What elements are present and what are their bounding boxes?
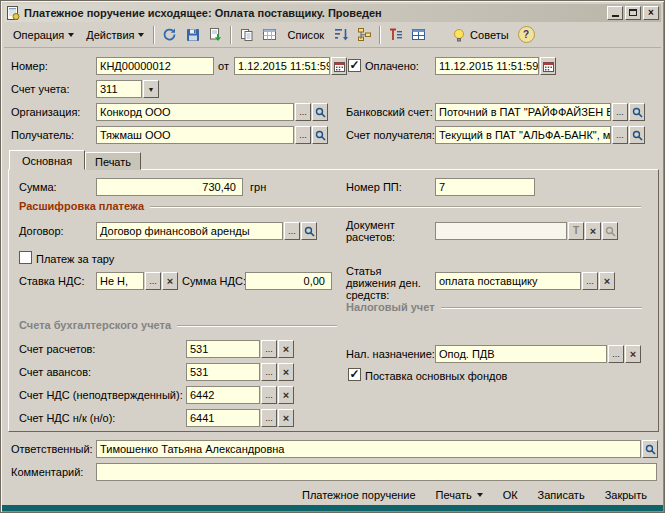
payment-order-print-button[interactable]: Платежное поручение <box>293 484 425 505</box>
vat-unconfirmed-input[interactable]: 6442 <box>186 386 260 404</box>
advance-account-label: Счет авансов: <box>19 366 91 378</box>
vat-unconfirmed-field-group: 6442 ... × <box>186 386 294 404</box>
payee-input[interactable]: Тяжмаш ООО <box>96 126 294 144</box>
settlement-account-input[interactable]: 531 <box>186 340 260 358</box>
account-field-group: 311 ▼ <box>96 80 159 98</box>
vat-nk-input[interactable]: 6441 <box>186 409 260 427</box>
advance-account-field-group: 531 ... × <box>186 363 294 381</box>
settlement-doc-clear-button[interactable]: × <box>585 222 601 240</box>
settlement-doc-input[interactable] <box>435 222 567 240</box>
ok-button[interactable]: ОК <box>494 484 527 505</box>
organization-open-button[interactable] <box>312 103 328 121</box>
bank-account-select-button[interactable]: ... <box>612 103 628 121</box>
contract-input[interactable]: Договор финансовой аренды <box>96 222 283 240</box>
advance-account-input[interactable]: 531 <box>186 363 260 381</box>
cash-flow-clear-button[interactable]: × <box>599 272 615 290</box>
advance-account-select-button[interactable]: ... <box>261 363 277 381</box>
close-button[interactable]: × <box>643 6 659 20</box>
print-menu-button[interactable]: Печать <box>427 484 492 505</box>
payee-account-input[interactable]: Текущий в ПАТ "АЛЬФА-БАНК", м. <box>435 126 611 144</box>
minimize-button[interactable] <box>607 6 623 20</box>
settlement-account-clear-button[interactable]: × <box>278 340 294 358</box>
tax-purpose-select-button[interactable]: ... <box>608 345 624 363</box>
ellipsis-icon: ... <box>265 414 273 423</box>
payee-select-button[interactable]: ... <box>295 126 311 144</box>
date-calendar-button[interactable] <box>331 57 347 75</box>
structure-button[interactable] <box>353 24 376 45</box>
vat-nk-clear-button[interactable]: × <box>278 409 294 427</box>
section-accounting-title: Счета бухгалтерского учета <box>19 319 171 331</box>
settlement-account-field-group: 531 ... × <box>186 340 294 358</box>
vat-amount-input[interactable]: 0,00 <box>245 272 332 290</box>
contract-select-button[interactable]: ... <box>284 222 300 240</box>
vat-rate-input[interactable]: Не Н, <box>96 272 144 290</box>
tab-main[interactable]: Основная <box>9 150 85 170</box>
bank-account-input[interactable]: Поточний в ПАТ "РАЙФФАЙЗЕН БА <box>435 103 611 121</box>
amount-input[interactable]: 730,40 <box>96 178 243 196</box>
number-input[interactable]: КНД00000012 <box>96 57 214 75</box>
payee-account-open-button[interactable] <box>629 126 645 144</box>
cash-flow-input[interactable]: оплата поставщику <box>435 272 581 290</box>
list-button[interactable]: Список <box>281 24 330 45</box>
magnifier-icon <box>605 226 616 237</box>
sort-button[interactable] <box>330 24 353 45</box>
close-footer-button[interactable]: Закрыть <box>596 484 656 505</box>
ellipsis-icon: ... <box>616 131 624 140</box>
organization-input[interactable]: Конкорд ООО <box>96 103 294 121</box>
responsible-open-button[interactable] <box>642 440 658 458</box>
copy-button[interactable] <box>235 24 258 45</box>
bank-account-open-button[interactable] <box>629 103 645 121</box>
tare-checkbox[interactable] <box>19 251 32 264</box>
vat-unconfirmed-select-button[interactable]: ... <box>261 386 277 404</box>
operation-menu-button[interactable]: Операция <box>7 24 80 45</box>
tare-label: Платеж за тару <box>36 253 114 265</box>
paid-checkbox[interactable]: ✓ <box>348 59 361 72</box>
movements-table-icon <box>262 27 277 42</box>
paid-date-calendar-button[interactable] <box>540 57 556 75</box>
account-dropdown-button[interactable]: ▼ <box>143 80 159 98</box>
vat-rate-select-button[interactable]: ... <box>145 272 161 290</box>
pp-number-field-group: 7 <box>435 178 535 196</box>
magnifier-icon <box>315 107 326 118</box>
document-movements-button[interactable] <box>258 24 281 45</box>
check-icon: ✓ <box>349 60 359 70</box>
ellipsis-icon: ... <box>299 108 307 117</box>
payee-account-field-group: Текущий в ПАТ "АЛЬФА-БАНК", м. ... <box>435 126 645 144</box>
help-button[interactable]: ? <box>515 24 538 45</box>
tax-purpose-input[interactable]: Опод. ПДВ <box>435 345 607 363</box>
paid-date-input[interactable]: 11.12.2015 11:51:59 <box>435 57 539 75</box>
organization-select-button[interactable]: ... <box>295 103 311 121</box>
advance-account-clear-button[interactable]: × <box>278 363 294 381</box>
reread-button[interactable] <box>158 24 181 45</box>
comment-input[interactable] <box>96 463 657 481</box>
cash-flow-select-button[interactable]: ... <box>582 272 598 290</box>
vat-rate-clear-button[interactable]: × <box>162 272 178 290</box>
post-document-button[interactable] <box>204 24 227 45</box>
table-settings-button[interactable] <box>407 24 430 45</box>
pp-number-input[interactable]: 7 <box>435 178 535 196</box>
payee-open-button[interactable] <box>312 126 328 144</box>
account-input[interactable]: 311 <box>96 80 142 98</box>
tax-purpose-clear-button[interactable]: × <box>625 345 641 363</box>
save-button[interactable] <box>181 24 204 45</box>
save-footer-button[interactable]: Записать <box>529 484 594 505</box>
settlement-doc-open-button[interactable] <box>602 222 618 240</box>
responsible-input[interactable]: Тимошенко Татьяна Александровна <box>96 440 641 458</box>
fixed-assets-checkbox[interactable]: ✓ <box>348 368 361 381</box>
help-icon: ? <box>518 26 535 43</box>
amount-field-group: 730,40 <box>96 178 243 196</box>
tab-print[interactable]: Печать <box>85 152 141 170</box>
vat-unconfirmed-clear-button[interactable]: × <box>278 386 294 404</box>
tree-view-button[interactable] <box>384 24 407 45</box>
date-input[interactable]: 1.12.2015 11:51:59 <box>234 57 330 75</box>
actions-menu-button[interactable]: Действия <box>80 24 150 45</box>
section-tax: Налоговый учет <box>346 301 642 313</box>
toolbar-separator <box>230 26 232 44</box>
payee-account-select-button[interactable]: ... <box>612 126 628 144</box>
settlement-account-select-button[interactable]: ... <box>261 340 277 358</box>
tips-button[interactable]: Советы <box>446 24 514 45</box>
maximize-button[interactable] <box>625 6 641 20</box>
settlement-doc-type-button[interactable]: T <box>568 222 584 240</box>
contract-open-button[interactable] <box>301 222 317 240</box>
vat-nk-select-button[interactable]: ... <box>261 409 277 427</box>
